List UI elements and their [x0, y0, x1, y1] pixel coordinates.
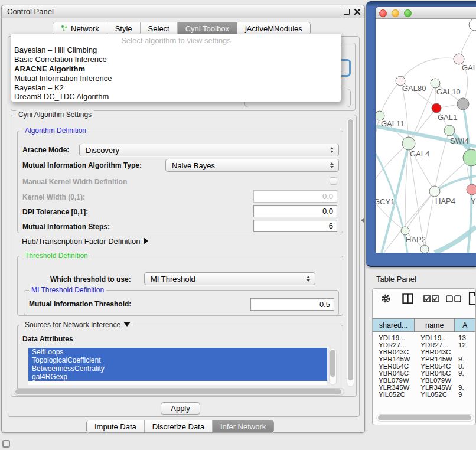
tab-label: Network: [71, 24, 99, 33]
table-cell: [455, 377, 475, 384]
table-cell: YBL079W: [415, 377, 455, 384]
aracne-mode-select[interactable]: Discovery: [79, 144, 339, 156]
table-row[interactable]: YER054CYER054C8.: [373, 363, 475, 370]
tab-impute-data[interactable]: Impute Data: [87, 420, 144, 432]
data-attributes-list[interactable]: SelfLoopsTopologicalCoefficientBetweenne…: [28, 348, 327, 385]
network-edge[interactable]: [400, 58, 459, 81]
table-row[interactable]: YDL19...YDL19...13: [373, 334, 475, 341]
network-edge[interactable]: [380, 81, 400, 116]
network-node[interactable]: [467, 184, 476, 195]
mi-type-select[interactable]: Naive Bayes: [165, 159, 339, 172]
table-row[interactable]: YPR145WYPR145W9.: [373, 356, 475, 363]
table-cell: YBR043C: [373, 348, 415, 356]
which-threshold-select[interactable]: MI Threshold: [144, 272, 315, 285]
node-label: HAP2: [406, 235, 426, 244]
kernel-width-field[interactable]: [253, 190, 337, 203]
apply-button[interactable]: Apply: [161, 402, 200, 415]
stepper-down-icon: [330, 151, 334, 153]
network-node[interactable]: [432, 103, 441, 113]
float-panel-icon[interactable]: [344, 9, 350, 15]
splitpane-arrow-icon[interactable]: [361, 218, 364, 223]
attribute-item[interactable]: SelfLoops: [28, 348, 327, 356]
settings-horizontal-scrollbar[interactable]: [14, 388, 344, 396]
mi-type-value: Naive Bayes: [172, 161, 215, 170]
network-icon: [61, 25, 68, 32]
gear-icon[interactable]: [381, 294, 391, 304]
network-node[interactable]: [463, 149, 476, 166]
network-node[interactable]: [431, 79, 440, 88]
minimize-window-icon[interactable]: [392, 9, 399, 17]
tab-jactivemnodules[interactable]: jActiveMNodules: [237, 22, 310, 34]
attribute-list-scrollbar[interactable]: [329, 348, 337, 385]
table-cell: 9.: [455, 370, 475, 377]
column-header[interactable]: name: [415, 319, 455, 331]
table-cell: YBL079W: [373, 377, 415, 384]
table-row[interactable]: YLR345WYLR345W9.: [373, 384, 475, 391]
network-node[interactable]: [457, 98, 469, 110]
dropdown-items: Bayesian – Hill ClimbingBasic Correlatio…: [11, 45, 341, 102]
network-node[interactable]: [402, 137, 415, 150]
column-header[interactable]: A: [455, 319, 475, 331]
network-window-titlebar[interactable]: [376, 7, 476, 19]
tab-network[interactable]: Network: [53, 22, 107, 34]
settings-vertical-scrollbar[interactable]: [347, 118, 354, 387]
network-canvas[interactable]: GALGAL80GAL10GAL1GAL11SWI4GAL4GCY1HAP4YH…: [376, 19, 476, 253]
minimized-panel-icon[interactable]: [2, 440, 10, 448]
attribute-item[interactable]: TopologicalCoefficient: [28, 356, 327, 364]
tab-style[interactable]: Style: [107, 22, 140, 34]
table-row[interactable]: YDR27...YDR27...12: [373, 341, 475, 348]
attribute-item[interactable]: gal4RGexp: [28, 373, 327, 381]
network-edge[interactable]: [425, 191, 435, 249]
tab-select[interactable]: Select: [140, 22, 177, 34]
table-horizontal-scrollbar[interactable]: [376, 414, 474, 422]
close-window-icon[interactable]: [379, 9, 387, 17]
algorithm-option[interactable]: Bayesian – K2: [11, 83, 341, 93]
table-row[interactable]: YBR045CYBR045C9.: [373, 370, 475, 377]
network-node[interactable]: [444, 125, 455, 136]
tab-infer-network[interactable]: Infer Network: [212, 420, 273, 432]
node-label: GAL11: [381, 119, 405, 128]
attribute-item[interactable]: BetweennessCentrality: [28, 364, 327, 373]
zoom-window-icon[interactable]: [404, 9, 412, 17]
mi-threshold-group: MI Threshold Definition Mutual Informati…: [24, 290, 339, 315]
table-cell: YBR045C: [415, 370, 455, 377]
algorithm-option[interactable]: Bayesian – Hill Climbing: [11, 45, 341, 55]
mi-steps-label: Mutual Information Steps:: [22, 223, 110, 231]
algorithm-option[interactable]: ARACNE Algorithm: [11, 64, 341, 74]
sources-title[interactable]: Sources for Network Inference: [22, 321, 133, 329]
table-row[interactable]: YBL079WYBL079W: [373, 377, 475, 384]
network-node[interactable]: [429, 186, 440, 197]
hub-definition-expander[interactable]: Hub/Transcription Factor Definition: [22, 237, 148, 246]
column-header[interactable]: shared...: [373, 319, 415, 331]
mi-threshold-field[interactable]: [250, 298, 334, 311]
algorithm-option[interactable]: Dream8 DC_TDC Algorithm: [11, 92, 341, 102]
algorithm-option[interactable]: Mutual Information Inference: [11, 74, 341, 83]
table-cell: YPR145W: [373, 356, 415, 363]
select-all-checkboxes-icon[interactable]: [423, 295, 439, 302]
table-panel-title: Table Panel: [376, 275, 416, 283]
node-label: GAL80: [402, 84, 426, 93]
algorithm-option[interactable]: Basic Correlation Inference: [11, 55, 341, 64]
tab-cyni-toolbox[interactable]: Cyni Toolbox: [177, 22, 237, 34]
dpi-tolerance-field[interactable]: [253, 205, 337, 217]
network-view-frame: GALGAL80GAL10GAL1GAL11SWI4GAL4GCY1HAP4YH…: [366, 1, 476, 267]
table-cell: YER054C: [415, 363, 455, 370]
table-cell: YPR145W: [415, 356, 455, 363]
network-node[interactable]: [469, 19, 476, 31]
tab-discretize-data[interactable]: Discretize Data: [144, 420, 212, 432]
control-panel-titlebar: Control Panel: [2, 5, 364, 18]
mi-steps-field[interactable]: [253, 220, 337, 232]
node-label: SWI4: [450, 136, 469, 145]
tab-label: Infer Network: [220, 422, 266, 431]
table-row[interactable]: YBR043CYBR043C: [373, 348, 475, 356]
split-panel-icon[interactable]: [402, 293, 413, 304]
network-edge[interactable]: [405, 191, 435, 231]
network-node[interactable]: [420, 245, 429, 253]
close-panel-icon[interactable]: [354, 8, 361, 15]
document-icon[interactable]: [468, 292, 476, 305]
table-row[interactable]: YIL052CYIL052C9: [373, 391, 475, 398]
network-node[interactable]: [401, 227, 409, 235]
aracne-mode-label: Aracne Mode:: [22, 146, 69, 154]
deselect-all-checkboxes-icon[interactable]: [446, 295, 461, 302]
manual-kernel-checkbox[interactable]: [330, 177, 337, 185]
